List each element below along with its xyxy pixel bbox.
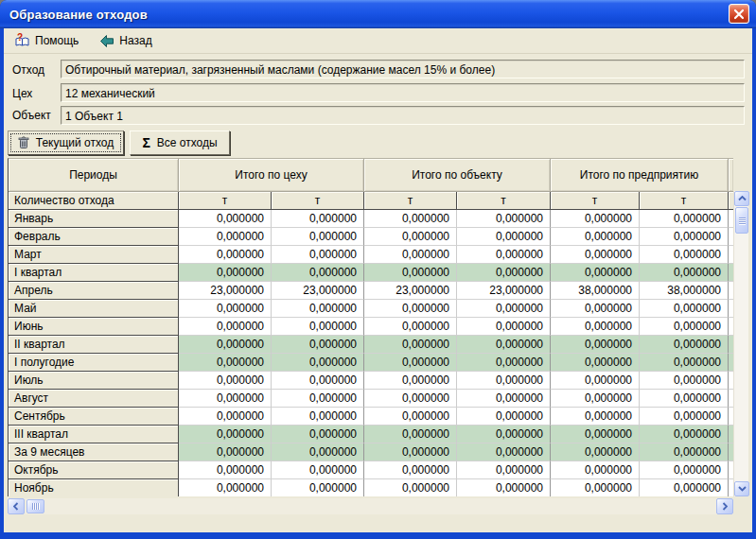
value-cell[interactable]: 0,000000 (179, 210, 272, 228)
value-cell[interactable]: 0,000000 (457, 372, 551, 390)
value-cell[interactable]: 0,000000 (179, 479, 272, 496)
value-cell[interactable]: 0,000000 (640, 372, 729, 390)
value-cell[interactable]: 0,000000 (551, 461, 640, 479)
value-cell[interactable]: 0,000000 (179, 336, 272, 354)
value-cell[interactable]: 0,000000 (364, 426, 457, 443)
value-cell[interactable]: 0,000000 (272, 479, 364, 496)
value-cell[interactable]: 0,000000 (457, 210, 551, 228)
value-cell[interactable]: 0,000000 (551, 228, 640, 246)
value-cell[interactable]: 0,000000 (640, 246, 729, 264)
value-cell[interactable]: 0,000000 (640, 461, 729, 479)
value-cell[interactable]: 0,000000 (640, 443, 729, 461)
value-cell[interactable]: 0,000000 (457, 390, 551, 408)
value-cell[interactable]: 0,000000 (551, 336, 640, 354)
value-cell[interactable]: 0,000000 (179, 318, 272, 336)
shop-field[interactable]: 12 механический (61, 83, 745, 102)
value-cell[interactable]: 0,000000 (551, 390, 640, 408)
value-cell[interactable]: 0,000000 (364, 300, 457, 318)
value-cell[interactable]: 0,000000 (551, 443, 640, 461)
value-cell[interactable]: 0,000000 (640, 300, 729, 318)
vertical-scrollbar[interactable] (733, 191, 748, 496)
value-cell[interactable]: 0,000000 (640, 390, 729, 408)
help-button[interactable]: ? Помощь (9, 30, 84, 51)
value-cell[interactable]: 0,000000 (364, 318, 457, 336)
value-cell[interactable]: 0,000000 (272, 390, 364, 408)
value-cell[interactable]: 0,000000 (640, 228, 729, 246)
value-cell[interactable]: 0,000000 (640, 318, 729, 336)
value-cell[interactable]: 0,000000 (272, 300, 364, 318)
value-cell[interactable]: 0,000000 (272, 372, 364, 390)
value-cell[interactable]: 0,000000 (457, 318, 551, 336)
value-cell[interactable]: 0,000000 (551, 318, 640, 336)
waste-field[interactable]: Обтирочный материал, загрязненный маслам… (61, 60, 745, 78)
value-cell[interactable]: 0,000000 (364, 372, 457, 390)
value-cell[interactable]: 0,000000 (179, 443, 272, 461)
value-cell[interactable]: 0,000000 (179, 264, 272, 282)
scroll-right-button[interactable] (716, 498, 733, 514)
close-button[interactable] (729, 4, 749, 24)
value-cell[interactable]: 0,000000 (272, 443, 364, 461)
value-cell[interactable]: 0,000000 (179, 372, 272, 390)
value-cell[interactable]: 0,000000 (272, 461, 364, 479)
tab-current-waste[interactable]: Текущий отход (8, 130, 124, 155)
value-cell[interactable]: 0,000000 (640, 408, 729, 426)
scroll-down-button[interactable] (734, 481, 749, 496)
value-cell[interactable]: 0,000000 (364, 479, 457, 496)
value-cell[interactable]: 23,000000 (179, 282, 272, 300)
vertical-scroll-thumb[interactable] (735, 207, 748, 234)
object-field[interactable]: 1 Объект 1 (61, 106, 745, 125)
value-cell[interactable]: 0,000000 (457, 354, 551, 372)
scroll-left-button[interactable] (8, 498, 25, 514)
value-cell[interactable]: 0,000000 (640, 354, 729, 372)
value-cell[interactable]: 0,000000 (364, 210, 457, 228)
value-cell[interactable]: 0,000000 (364, 461, 457, 479)
value-cell[interactable]: 38,000000 (640, 282, 729, 300)
value-cell[interactable]: 0,000000 (179, 228, 272, 246)
value-cell[interactable]: 0,000000 (640, 336, 729, 354)
value-cell[interactable]: 0,000000 (551, 246, 640, 264)
value-cell[interactable]: 0,000000 (272, 264, 364, 282)
scroll-up-button[interactable] (734, 191, 749, 206)
value-cell[interactable]: 38,000000 (551, 282, 640, 300)
value-cell[interactable]: 0,000000 (457, 443, 551, 461)
value-cell[interactable]: 0,000000 (551, 264, 640, 282)
tab-all-wastes[interactable]: Σ Все отходы (130, 130, 230, 155)
value-cell[interactable]: 0,000000 (364, 246, 457, 264)
value-cell[interactable]: 0,000000 (364, 354, 457, 372)
value-cell[interactable]: 0,000000 (364, 264, 457, 282)
value-cell[interactable]: 0,000000 (364, 408, 457, 426)
value-cell[interactable]: 0,000000 (364, 390, 457, 408)
value-cell[interactable]: 0,000000 (457, 408, 551, 426)
value-cell[interactable]: 0,000000 (179, 390, 272, 408)
horizontal-scroll-thumb[interactable] (26, 499, 44, 513)
value-cell[interactable]: 0,000000 (272, 228, 364, 246)
value-cell[interactable]: 0,000000 (179, 300, 272, 318)
value-cell[interactable]: 0,000000 (457, 461, 551, 479)
value-cell[interactable]: 0,000000 (551, 408, 640, 426)
value-cell[interactable]: 0,000000 (457, 228, 551, 246)
value-cell[interactable]: 0,000000 (640, 264, 729, 282)
value-cell[interactable]: 0,000000 (457, 426, 551, 443)
value-cell[interactable]: 0,000000 (457, 300, 551, 318)
value-cell[interactable]: 0,000000 (272, 336, 364, 354)
value-cell[interactable]: 0,000000 (640, 479, 729, 496)
value-cell[interactable]: 0,000000 (179, 461, 272, 479)
horizontal-scrollbar[interactable] (8, 498, 733, 514)
value-cell[interactable]: 0,000000 (457, 479, 551, 496)
value-cell[interactable]: 0,000000 (640, 426, 729, 443)
value-cell[interactable]: 0,000000 (364, 443, 457, 461)
value-cell[interactable]: 0,000000 (551, 426, 640, 443)
value-cell[interactable]: 0,000000 (551, 300, 640, 318)
value-cell[interactable]: 0,000000 (551, 372, 640, 390)
value-cell[interactable]: 23,000000 (272, 282, 364, 300)
value-cell[interactable]: 0,000000 (272, 246, 364, 264)
value-cell[interactable]: 0,000000 (179, 246, 272, 264)
value-cell[interactable]: 0,000000 (272, 210, 364, 228)
value-cell[interactable]: 0,000000 (179, 354, 272, 372)
value-cell[interactable]: 0,000000 (179, 426, 272, 443)
value-cell[interactable]: 0,000000 (640, 210, 729, 228)
value-cell[interactable]: 0,000000 (272, 318, 364, 336)
value-cell[interactable]: 0,000000 (272, 408, 364, 426)
value-cell[interactable]: 0,000000 (272, 426, 364, 443)
value-cell[interactable]: 0,000000 (551, 354, 640, 372)
